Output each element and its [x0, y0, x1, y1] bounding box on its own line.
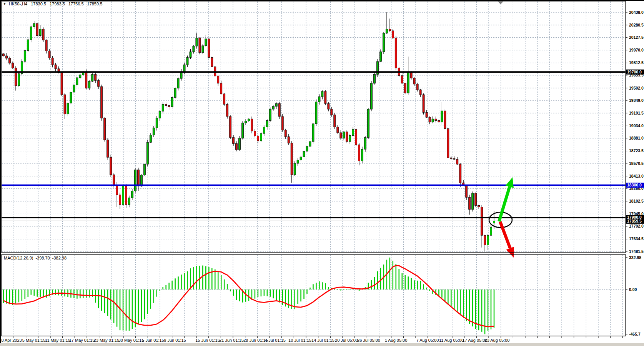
macd-scale-label: 332.98 — [629, 255, 641, 260]
date-tick-label: 26 Jul 05:00 — [357, 338, 380, 343]
window-left-border — [0, 0, 1, 343]
date-tick-label: 28 Apr 2023 — [0, 338, 22, 343]
price-tick-label: 19970.0 — [629, 48, 644, 52]
price-tick-label: 18723.5 — [629, 148, 644, 153]
date-tick-label: 7 Aug 05:00 — [416, 338, 439, 343]
date-tick-label: 9 Jun 01:15 — [164, 338, 186, 343]
price-tick-label: 18102.5 — [629, 199, 644, 203]
quote-high: 17983.5 — [50, 2, 65, 6]
price-tick-label: 20127.5 — [629, 35, 644, 40]
quote-close: 17859.5 — [87, 2, 103, 6]
price-tick-label: 18881.0 — [629, 136, 644, 140]
date-tick-label: 11 Aug 05:00 — [439, 338, 464, 343]
price-tick-label: 18413.0 — [629, 174, 644, 178]
date-tick-label: 17 Aug 05:00 — [463, 338, 488, 343]
date-tick-label: 17 May 01:15 — [69, 338, 95, 343]
macd-indicator-label: MACD(12,26,9) -398.70 -382.98 — [4, 256, 67, 260]
price-tick-label: 17634.5 — [629, 236, 644, 241]
symbol-info-bar: ▼ HK50-,H4 17830.5 17983.5 17756.5 17859… — [3, 2, 102, 6]
date-tick-label: 20 Jul 05:00 — [335, 338, 358, 343]
chart-window: 20438.020280.520127.519970.019812.519659… — [0, 0, 644, 346]
date-tick-label: 28 Jun 01:15 — [243, 338, 268, 343]
macd-name: MACD(12,26,9) — [4, 256, 33, 260]
date-tick-label: 10 Jul 01:15 — [288, 338, 311, 343]
date-tick-label: 11 May 01:15 — [45, 338, 70, 343]
date-tick-label: 4 Jul 01:15 — [265, 338, 286, 343]
price-tick-label: 20438.0 — [629, 10, 644, 15]
quote-low: 17756.5 — [68, 2, 84, 6]
date-tick-label: 5 Jun 01:15 — [142, 338, 164, 343]
date-tick-label: 23 May 01:15 — [94, 338, 120, 343]
symbol-timeframe-label: HK50-,H4 — [9, 2, 27, 6]
price-tick-label: 19502.0 — [629, 86, 644, 90]
chart-background — [0, 0, 644, 346]
date-tick-label: 23 Aug 05:00 — [485, 338, 510, 343]
price-tick-label: 17792.0 — [629, 224, 644, 228]
price-tick-label: 17481.5 — [629, 249, 644, 254]
chart-svg[interactable]: 20438.020280.520127.519970.019812.519659… — [0, 0, 644, 346]
price-tick-label: 19191.5 — [629, 111, 644, 115]
date-tick-label: 5 May 01:15 — [22, 338, 46, 343]
window-top-border — [0, 0, 644, 1]
price-tick-label: 19812.5 — [629, 60, 644, 65]
price-tick-label: 19349.0 — [629, 98, 644, 103]
date-tick-label: 1 Aug 05:00 — [385, 338, 408, 343]
price-level-badge-label: 19700.0 — [627, 70, 642, 74]
price-tick-label: 19034.0 — [629, 123, 644, 128]
date-tick-label: 30 May 01:15 — [118, 338, 144, 343]
date-tick-label: 21 Jun 01:15 — [219, 338, 244, 343]
price-tick-label: 20280.5 — [629, 23, 644, 27]
price-level-badge-label: 17859.5 — [627, 219, 642, 223]
price-level-badge-label: 18300.0 — [627, 183, 642, 187]
chart-canvas-holder[interactable]: 20438.020280.520127.519970.019812.519659… — [0, 0, 644, 346]
macd-signal-value: -382.98 — [52, 256, 67, 260]
macd-scale-label: -465.7 — [629, 332, 641, 336]
quote-open: 17830.5 — [31, 2, 46, 6]
macd-main-value: -398.70 — [35, 256, 50, 260]
date-tick-label: 14 Jul 01:15 — [311, 338, 334, 343]
symbol-dropdown-icon[interactable]: ▼ — [3, 2, 6, 6]
price-tick-label: 18570.5 — [629, 161, 644, 166]
macd-scale-label: 0.00 — [629, 287, 637, 292]
date-tick-label: 15 Jun 01:15 — [195, 338, 220, 343]
window-bottom-strip — [0, 343, 644, 346]
